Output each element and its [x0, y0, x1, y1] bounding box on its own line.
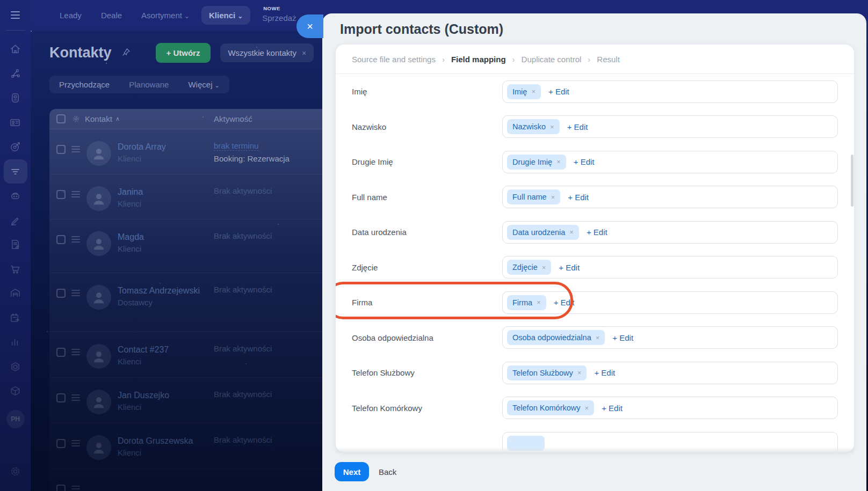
- table-settings-gear-icon[interactable]: [71, 114, 81, 123]
- sidebar-item-crm-funnel[interactable]: [4, 159, 27, 184]
- row-menu-icon[interactable]: [71, 486, 80, 491]
- mapped-field-tag[interactable]: Osoba odpowiedzialna×: [507, 330, 605, 345]
- settings-gear-icon[interactable]: [4, 459, 27, 484]
- row-checkbox[interactable]: [56, 485, 66, 491]
- remove-tag-icon[interactable]: ×: [542, 263, 546, 272]
- step-source-file[interactable]: Source file and settings: [352, 55, 436, 64]
- mapped-field-tag[interactable]: Imię×: [507, 84, 541, 99]
- nav-item-klienci[interactable]: Klienci⌄: [201, 6, 250, 25]
- network-icon[interactable]: [4, 62, 27, 86]
- tab-wiecej[interactable]: Więcej⌄: [188, 80, 219, 89]
- mapped-field-tag[interactable]: Nazwisko×: [507, 119, 560, 134]
- contact-name-link[interactable]: Jan Duszejko: [118, 390, 208, 401]
- edit-link[interactable]: + Edit: [568, 193, 589, 202]
- bar-chart-icon[interactable]: [4, 330, 27, 355]
- step-field-mapping[interactable]: Field mapping: [451, 55, 506, 64]
- row-checkbox[interactable]: [56, 439, 66, 448]
- mapping-input[interactable]: [502, 432, 838, 452]
- nav-item-leady[interactable]: Leady: [52, 6, 89, 25]
- mapping-input[interactable]: Zdjęcie× + Edit: [502, 256, 838, 279]
- remove-filter-icon[interactable]: ×: [302, 49, 306, 57]
- nav-item-deale[interactable]: Deale: [93, 6, 129, 25]
- remove-tag-icon[interactable]: ×: [551, 193, 555, 201]
- row-checkbox[interactable]: [56, 190, 66, 199]
- target-icon[interactable]: [4, 135, 27, 159]
- mapped-field-tag[interactable]: Firma×: [507, 295, 546, 310]
- edit-link[interactable]: + Edit: [567, 122, 588, 131]
- calendar-icon[interactable]: [4, 306, 27, 331]
- mapping-input[interactable]: Drugie Imię× + Edit: [502, 151, 838, 173]
- select-all-checkbox[interactable]: [56, 114, 66, 123]
- signature-pen-icon[interactable]: [4, 208, 27, 233]
- row-checkbox[interactable]: [56, 393, 66, 402]
- mapping-input[interactable]: Full name× + Edit: [502, 186, 838, 208]
- next-button[interactable]: Next: [335, 462, 369, 481]
- row-menu-icon[interactable]: [71, 349, 80, 355]
- column-header-kontakt[interactable]: Kontakt: [85, 114, 112, 123]
- tab-planowane[interactable]: Planowane: [129, 80, 169, 89]
- contact-name-link[interactable]: Dorota Gruszewska: [118, 435, 208, 446]
- edit-link[interactable]: + Edit: [574, 157, 595, 166]
- remove-tag-icon[interactable]: ×: [569, 228, 574, 236]
- contact-name-link[interactable]: Dorota Array: [118, 141, 208, 152]
- edit-link[interactable]: + Edit: [594, 368, 615, 377]
- step-result[interactable]: Result: [597, 55, 620, 64]
- document-edit-icon[interactable]: [4, 232, 27, 257]
- edit-link[interactable]: + Edit: [612, 333, 633, 342]
- mapped-field-tag[interactable]: Full name×: [507, 189, 560, 204]
- package-icon[interactable]: [4, 379, 27, 404]
- mapping-input[interactable]: Osoba odpowiedzialna× + Edit: [502, 326, 838, 349]
- activity-link[interactable]: brak terminu: [214, 141, 258, 151]
- remove-tag-icon[interactable]: ×: [596, 334, 600, 342]
- cart-icon[interactable]: [4, 257, 27, 282]
- pin-icon[interactable]: [121, 47, 131, 59]
- mapped-field-tag[interactable]: Zdjęcie×: [507, 260, 551, 275]
- remove-tag-icon[interactable]: ×: [585, 404, 589, 412]
- row-checkbox[interactable]: [56, 145, 66, 154]
- row-menu-icon[interactable]: [71, 394, 80, 401]
- remove-tag-icon[interactable]: ×: [531, 87, 536, 96]
- contact-name-link[interactable]: Contact #237: [118, 344, 208, 355]
- mapping-input[interactable]: Telefon Komórkowy× + Edit: [502, 397, 838, 419]
- hexagon-icon[interactable]: [4, 355, 27, 379]
- remove-tag-icon[interactable]: ×: [550, 123, 554, 131]
- remove-tag-icon[interactable]: ×: [577, 369, 582, 377]
- mapping-input[interactable]: Firma× + Edit: [502, 291, 838, 314]
- remove-tag-icon[interactable]: ×: [556, 158, 561, 166]
- mapped-field-tag[interactable]: Data urodzenia×: [507, 225, 579, 240]
- contact-name-link[interactable]: Janina: [118, 186, 208, 197]
- remove-tag-icon[interactable]: ×: [537, 298, 541, 306]
- warehouse-icon[interactable]: [4, 281, 27, 306]
- create-button[interactable]: + Utwórz: [156, 43, 211, 63]
- robot-icon[interactable]: [4, 184, 27, 208]
- step-duplicate-control[interactable]: Duplicate control: [522, 55, 582, 64]
- row-checkbox[interactable]: [56, 235, 66, 244]
- mapped-field-tag[interactable]: Drugie Imię×: [507, 155, 566, 170]
- nav-item-asortyment[interactable]: Asortyment⌄: [134, 6, 197, 25]
- mapping-input[interactable]: Imię× + Edit: [502, 80, 838, 103]
- user-avatar[interactable]: PH: [6, 410, 25, 428]
- row-menu-icon[interactable]: [71, 236, 80, 243]
- row-menu-icon[interactable]: [71, 290, 80, 296]
- row-menu-icon[interactable]: [71, 146, 80, 152]
- mapping-input[interactable]: Data urodzenia× + Edit: [502, 221, 838, 244]
- back-button[interactable]: Back: [379, 467, 396, 477]
- sort-asc-icon[interactable]: ∧: [115, 115, 120, 122]
- mapping-input[interactable]: Telefon Służbowy× + Edit: [502, 362, 838, 384]
- column-header-aktywnosc[interactable]: Aktywność: [214, 114, 252, 123]
- contact-name-link[interactable]: Tomasz Andrzejewski: [118, 285, 208, 296]
- edit-link[interactable]: + Edit: [602, 404, 623, 413]
- filter-chip-all-contacts[interactable]: Wszystkie kontakty ×: [220, 43, 314, 62]
- edit-link[interactable]: + Edit: [559, 263, 580, 272]
- mapped-field-tag[interactable]: [507, 436, 545, 451]
- row-checkbox[interactable]: [56, 348, 66, 357]
- video-icon[interactable]: [4, 86, 27, 111]
- mapped-field-tag[interactable]: Telefon Służbowy×: [507, 365, 587, 380]
- home-icon[interactable]: [4, 37, 27, 62]
- scrollbar-thumb[interactable]: [851, 155, 853, 207]
- menu-hamburger-icon[interactable]: [0, 0, 31, 30]
- edit-link[interactable]: + Edit: [548, 87, 569, 96]
- row-menu-icon[interactable]: [71, 440, 80, 446]
- mapping-input[interactable]: Nazwisko× + Edit: [502, 115, 838, 138]
- edit-link[interactable]: + Edit: [554, 298, 575, 307]
